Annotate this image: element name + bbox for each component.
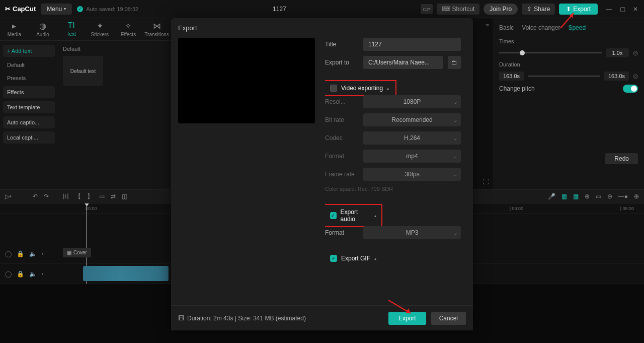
sidebar-presets[interactable]: Presets: [3, 73, 55, 83]
times-slider[interactable]: [499, 52, 602, 53]
exportto-path[interactable]: C:/Users/Maira Naee...: [363, 56, 443, 69]
folder-icon: 🗀: [451, 59, 457, 66]
export-preview: [178, 38, 315, 123]
mic-tool[interactable]: 🎤: [548, 193, 555, 200]
audio-export-label: Export audio: [341, 209, 370, 223]
stepper-icon[interactable]: ◎: [633, 49, 638, 56]
audio-export-section[interactable]: ✓ Export audio ▴: [325, 205, 381, 226]
tool-b[interactable]: ▦: [573, 193, 579, 200]
close-button[interactable]: ✕: [632, 6, 639, 13]
export-label: Export: [573, 6, 591, 13]
tool-c[interactable]: ⊕: [585, 193, 590, 200]
section-default-label: Default: [63, 46, 166, 52]
exportto-label: Export to: [325, 59, 358, 66]
track-enable-icon[interactable]: ◯: [5, 250, 12, 257]
duration-slider[interactable]: [528, 76, 600, 77]
text-content: Default Default text: [58, 41, 171, 189]
mirror-tool[interactable]: ⇄: [111, 193, 116, 200]
maximize-button[interactable]: ▢: [619, 6, 626, 13]
gif-export-checkbox[interactable]: ✓: [330, 255, 337, 262]
modal-export-button[interactable]: Export: [388, 312, 426, 325]
export-button-top[interactable]: ⬆ Export: [559, 4, 598, 15]
caret-icon: ▴: [387, 86, 389, 91]
lock-icon-2[interactable]: 🔒: [17, 270, 24, 278]
lock-icon[interactable]: 🔒: [17, 250, 24, 257]
mute-icon-2[interactable]: 🔈: [29, 270, 37, 278]
default-text-tile[interactable]: Default text: [63, 56, 103, 86]
modal-cancel-button[interactable]: Cancel: [431, 312, 466, 325]
tab-stickers[interactable]: ✦Stickers: [88, 21, 112, 37]
video-export-checkbox[interactable]: [330, 85, 337, 92]
export-modal: Export Title Export to C:/Users/Maira Na…: [171, 18, 473, 330]
split-tool[interactable]: 〣: [63, 192, 69, 201]
cover-button[interactable]: ▦ Cover: [63, 248, 91, 257]
join-pro-button[interactable]: Join Pro: [484, 4, 518, 15]
caret-icon-3: ▴: [374, 256, 376, 261]
tab-basic[interactable]: Basic: [499, 24, 514, 31]
share-button[interactable]: ⇪ Share: [522, 4, 555, 15]
resolution-label: Resol...: [325, 98, 358, 105]
app-logo: ✂ CapCut: [5, 5, 36, 13]
zoom-in-tool[interactable]: ⊕: [634, 193, 639, 200]
resolution-select[interactable]: 1080P: [363, 95, 461, 108]
zoom-out-tool[interactable]: ⊖: [607, 193, 612, 200]
window-controls: — ▢ ✕: [606, 6, 639, 13]
title-input[interactable]: [363, 38, 461, 51]
ruler-8: | 08:00: [620, 206, 634, 211]
video-export-section[interactable]: Video exporting ▴: [325, 81, 395, 95]
zoom-slider[interactable]: —●: [618, 193, 628, 200]
select-tool[interactable]: ▷▾: [5, 193, 12, 200]
tab-speed[interactable]: Speed: [568, 24, 586, 31]
panel-menu-icon[interactable]: ≡: [486, 22, 489, 29]
framerate-select[interactable]: 30fps: [363, 168, 461, 181]
codec-select[interactable]: H.264: [363, 131, 461, 145]
fullscreen-icon[interactable]: ⛶: [483, 178, 489, 185]
export-info: 🎞 Duration: 2m 43s | Size: 341 MB (estim…: [178, 315, 383, 322]
tool-d[interactable]: ▭: [596, 193, 601, 200]
shortcut-button[interactable]: ⌨ Shortcut: [437, 4, 480, 15]
sidebar-local-captions[interactable]: Local capti...: [3, 131, 55, 144]
duration-label: Duration: [499, 61, 527, 67]
trim-right-tool[interactable]: 】: [87, 192, 93, 201]
tab-text[interactable]: TIText: [59, 21, 84, 37]
film-icon: 🎞: [178, 315, 184, 322]
tab-transitions[interactable]: ⋈Transitions: [145, 21, 169, 37]
layout-button[interactable]: ▭▾: [421, 4, 433, 14]
bitrate-select[interactable]: Recommended: [363, 113, 461, 126]
check-icon: ✓: [77, 6, 83, 12]
sidebar-default[interactable]: Default: [3, 60, 55, 70]
caret-icon-2: ▴: [374, 214, 376, 218]
times-value[interactable]: 1.0x: [606, 48, 629, 57]
duration-to[interactable]: 163.0s: [604, 72, 629, 81]
format-select[interactable]: mp4: [363, 150, 461, 163]
tab-media[interactable]: ▸Media: [2, 21, 26, 37]
share-icon: ⇪: [527, 6, 532, 13]
sidebar-text-template[interactable]: Text template: [3, 101, 55, 113]
crop-tool[interactable]: ◫: [122, 193, 127, 200]
audio-format-select[interactable]: MP3: [363, 226, 461, 239]
stepper-icon-2[interactable]: ◎: [633, 73, 638, 80]
add-text-button[interactable]: + Add text: [3, 45, 55, 57]
minimize-button[interactable]: —: [606, 6, 613, 13]
gif-export-section[interactable]: ✓ Export GIF ▴: [325, 251, 461, 265]
delete-tool[interactable]: ▭: [99, 193, 105, 200]
tab-voice-changer[interactable]: Voice changer: [522, 24, 560, 31]
chevron-down-icon: ▾: [64, 7, 66, 11]
undo-tool[interactable]: ↶: [33, 193, 38, 200]
mute-icon[interactable]: 🔈: [29, 250, 37, 257]
tab-effects[interactable]: ✧Effects: [116, 21, 140, 37]
browse-folder-button[interactable]: 🗀: [448, 56, 461, 69]
trim-left-tool[interactable]: 【: [75, 192, 81, 201]
tool-a[interactable]: ▦: [561, 193, 567, 200]
audio-clip[interactable]: [83, 266, 169, 281]
audio-export-checkbox[interactable]: ✓: [330, 212, 337, 219]
redo-button[interactable]: Redo: [605, 153, 638, 164]
sidebar-auto-captions[interactable]: Auto captio...: [3, 116, 55, 128]
change-pitch-toggle[interactable]: [623, 85, 638, 93]
redo-tool[interactable]: ↷: [44, 193, 49, 200]
menu-button[interactable]: Menu ▾: [41, 4, 72, 15]
logo-icon: ✂: [5, 5, 11, 13]
sidebar-effects[interactable]: Effects: [3, 86, 55, 98]
tab-audio[interactable]: ◍Audio: [31, 21, 55, 37]
track-enable-icon-2[interactable]: ◯: [5, 270, 12, 278]
